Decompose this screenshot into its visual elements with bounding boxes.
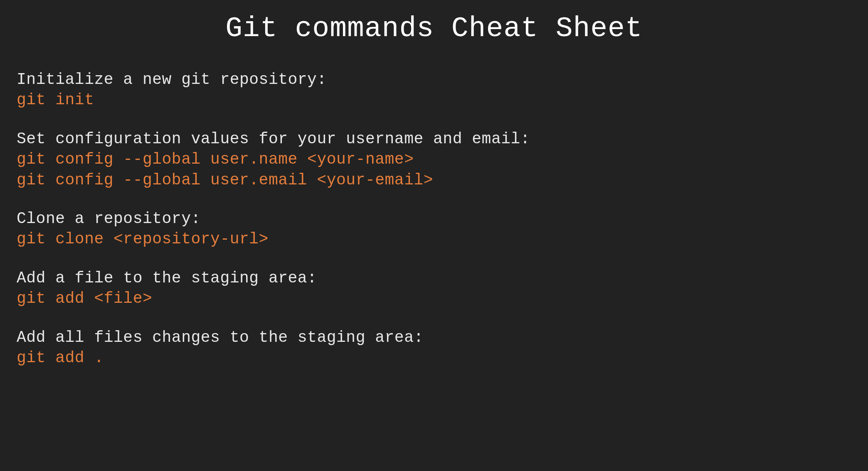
command-description: Clone a repository: — [17, 209, 851, 229]
command-description: Add all files changes to the staging are… — [17, 327, 851, 348]
command-description: Add a file to the staging area: — [17, 268, 851, 288]
cheat-sheet-section: Clone a repository: git clone <repositor… — [17, 209, 851, 250]
git-command: git add <file> — [17, 288, 851, 309]
git-command: git config --global user.name <your-name… — [17, 149, 851, 169]
git-command: git clone <repository-url> — [17, 229, 851, 249]
command-description: Initialize a new git repository: — [17, 69, 851, 90]
git-command: git config --global user.email <your-ema… — [17, 170, 851, 190]
cheat-sheet-section: Initialize a new git repository: git ini… — [17, 69, 851, 110]
cheat-sheet-section: Add a file to the staging area: git add … — [17, 268, 851, 309]
git-command: git init — [17, 90, 851, 110]
git-command: git add . — [17, 348, 851, 368]
command-description: Set configuration values for your userna… — [17, 129, 851, 149]
page-title: Git commands Cheat Sheet — [17, 12, 851, 44]
cheat-sheet-section: Add all files changes to the staging are… — [17, 327, 851, 368]
cheat-sheet-section: Set configuration values for your userna… — [17, 129, 851, 190]
